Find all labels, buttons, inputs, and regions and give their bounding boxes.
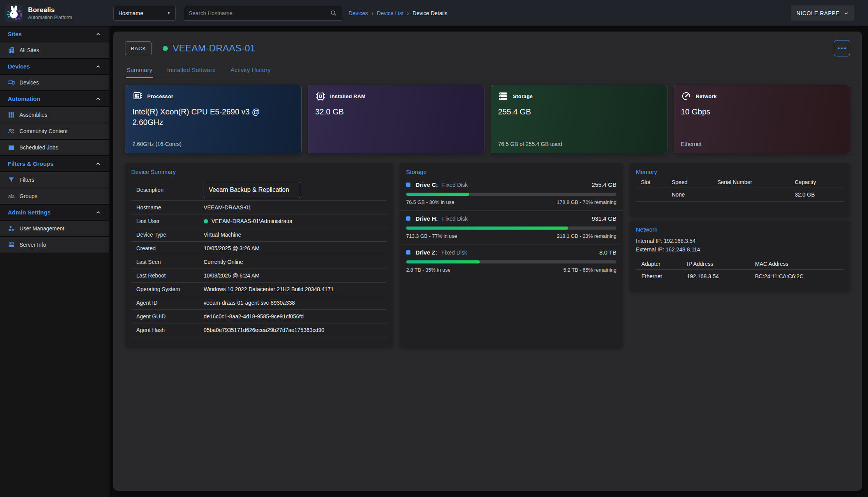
storage-sub: 76.5 GB of 255.4 GB used xyxy=(498,141,562,147)
row-label: Created xyxy=(131,245,204,251)
page-content: BACK VEEAM-DRAAS-01 Summary Installed So… xyxy=(109,26,868,497)
search-field-select[interactable]: Hostname ▼ xyxy=(113,6,176,21)
user-menu-button[interactable]: NICOLE RAPPE xyxy=(791,5,854,21)
row-value: Currently Online xyxy=(204,259,243,265)
drive-remaining: 5.2 TB - 65% remaining xyxy=(563,267,616,273)
chevron-down-icon xyxy=(843,11,849,16)
column-header: IP Address xyxy=(687,261,755,267)
adapter-ip: 192.168.3.54 xyxy=(687,273,755,279)
sidebar-item-user-management[interactable]: User Management xyxy=(0,221,109,237)
sidebar-item-groups[interactable]: Groups xyxy=(0,188,109,205)
device-summary-table: Description Hostname VEEAM-DRAAS-01 Last… xyxy=(125,179,393,337)
tab-summary[interactable]: Summary xyxy=(126,64,153,78)
ram-card: Installed RAM 32.0 GB xyxy=(308,85,485,153)
breadcrumb-device-list[interactable]: Device List xyxy=(377,10,403,16)
search-field-selected: Hostname xyxy=(118,10,143,16)
card-label: Installed RAM xyxy=(330,93,366,99)
sidebar-item-label: Groups xyxy=(19,193,37,199)
drive-name: Drive H: xyxy=(416,215,438,222)
drive-usage-fill xyxy=(406,227,568,230)
breadcrumb-separator: › xyxy=(371,10,373,16)
sidebar-item-community-content[interactable]: Community Content xyxy=(0,123,109,140)
brand-name: Borealis xyxy=(28,6,72,14)
drive-usage-fill xyxy=(406,193,469,196)
sidebar-item-label: All Sites xyxy=(19,47,39,53)
sidebar-item-label: Server Info xyxy=(19,242,46,248)
groups-icon xyxy=(8,193,15,200)
description-input[interactable] xyxy=(204,182,300,198)
breadcrumb-devices[interactable]: Devices xyxy=(349,10,368,16)
sidebar-section-devices[interactable]: Devices xyxy=(0,59,109,75)
storage-card: Storage 255.4 GB 76.5 GB of 255.4 GB use… xyxy=(491,85,667,153)
sidebar-section-automation[interactable]: Automation xyxy=(0,91,109,107)
more-options-button[interactable] xyxy=(834,40,850,56)
section-label: Automation xyxy=(8,95,40,102)
breadcrumb-device-details: Device Details xyxy=(412,10,447,16)
row-label: Last User xyxy=(131,218,204,224)
column-header: Capacity xyxy=(795,179,844,185)
server-icon xyxy=(8,241,15,248)
sidebar-item-all-sites[interactable]: All Sites xyxy=(0,42,109,59)
card-label: Network xyxy=(696,93,717,99)
row-value: Virtual Machine xyxy=(204,232,241,238)
sidebar-section-admin-settings[interactable]: Admin Settings xyxy=(0,205,109,221)
row-value: 10/05/2025 @ 3:26 AM xyxy=(204,245,259,251)
device-title: VEEAM-DRAAS-01 xyxy=(173,43,255,54)
row-value: de16c0c1-8aa2-4d18-9585-9ce91cf056fd xyxy=(204,313,304,320)
online-status-dot xyxy=(204,219,208,223)
right-column: Memory Slot Speed Serial Number Capacity xyxy=(630,163,850,291)
storage-stack-icon xyxy=(498,91,508,101)
memory-speed: None xyxy=(672,191,717,198)
storage-panel: Storage Drive C: Fixed Disk 255.4 GB xyxy=(400,163,623,348)
back-button[interactable]: BACK xyxy=(125,41,152,55)
detail-panels: Device Summary Description Hostname VEEA… xyxy=(125,163,850,348)
cpu-icon xyxy=(132,91,143,101)
sidebar-item-label: Filters xyxy=(19,177,34,183)
drive-usage-bar xyxy=(406,227,616,230)
search-input[interactable] xyxy=(189,10,330,16)
search-icon[interactable] xyxy=(330,9,337,17)
sidebar-item-scheduled-jobs[interactable]: Scheduled Jobs xyxy=(0,140,109,156)
drive-used: 2.8 TB - 35% in use xyxy=(406,267,451,273)
sidebar-item-filters[interactable]: Filters xyxy=(0,172,109,188)
drive-bullet-icon xyxy=(406,216,410,221)
section-label: Devices xyxy=(8,63,30,70)
tab-installed-software[interactable]: Installed Software xyxy=(166,64,217,78)
row-value: Windows 10 2022 Datacenter 21H2 Build 20… xyxy=(204,286,334,292)
panel-title: Network xyxy=(630,221,850,234)
table-row: Description xyxy=(131,179,387,201)
search-bar[interactable] xyxy=(184,6,342,21)
sidebar-item-server-info[interactable]: Server Info xyxy=(0,237,109,253)
processor-value: Intel(R) Xeon(R) CPU E5-2690 v3 @ 2.60GH… xyxy=(132,107,276,128)
tab-activity-history[interactable]: Activity History xyxy=(230,64,271,78)
user-gear-icon xyxy=(8,225,15,232)
drive-type: Fixed Disk xyxy=(442,182,468,188)
stat-cards: Processor Intel(R) Xeon(R) CPU E5-2690 v… xyxy=(125,85,850,153)
network-table: Adapter IP Address MAC Address xyxy=(636,258,844,269)
drive-row: Drive C: Fixed Disk 255.4 GB 76.5 GB - 3… xyxy=(400,177,623,210)
sidebar-item-label: Assemblies xyxy=(19,112,48,118)
sidebar-item-assemblies[interactable]: Assemblies xyxy=(0,107,109,123)
people-icon xyxy=(8,128,15,135)
row-label: Last Seen xyxy=(131,259,204,265)
drive-bullet-icon xyxy=(406,183,410,187)
breadcrumb: Devices › Device List › Device Details xyxy=(349,10,447,16)
sidebar: Sites All Sites Devices Devices xyxy=(0,26,109,497)
table-row: Last Reboot 10/03/2025 @ 6:24 AM xyxy=(131,269,387,283)
sidebar-item-label: Community Content xyxy=(19,128,68,134)
drive-usage-bar xyxy=(406,193,616,196)
row-label: Agent Hash xyxy=(131,327,204,333)
borealis-rabbit-logo xyxy=(5,4,23,23)
network-panel: Network Internal IP: 192.168.3.54 Extern… xyxy=(630,221,850,291)
sidebar-item-devices[interactable]: Devices xyxy=(0,75,109,91)
processor-sub: 2.60GHz (16-Cores) xyxy=(132,141,181,147)
briefcase-icon xyxy=(8,144,15,151)
device-header: BACK VEEAM-DRAAS-01 xyxy=(125,40,850,56)
sidebar-section-filters-groups[interactable]: Filters & Groups xyxy=(0,156,109,172)
column-header: Slot xyxy=(636,179,672,185)
column-header: MAC Address xyxy=(755,261,844,267)
table-row: Last User VEEAM-DRAAS-01\Administrator xyxy=(131,214,387,228)
sidebar-section-sites[interactable]: Sites xyxy=(0,26,109,42)
storage-value: 255.4 GB xyxy=(498,107,641,117)
drive-usage-fill xyxy=(406,260,480,263)
